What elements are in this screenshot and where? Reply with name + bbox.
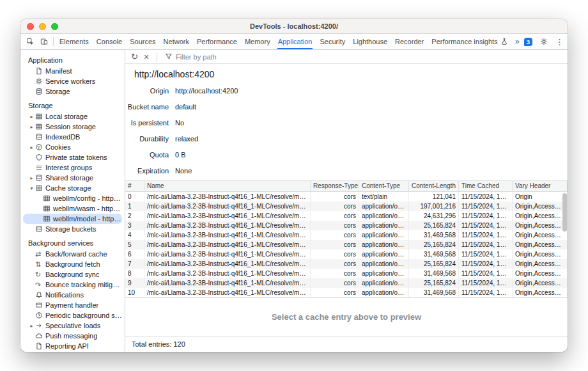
- sidebar-item-storage-buckets[interactable]: Storage buckets: [23, 224, 122, 234]
- sidebar-item-indexeddb[interactable]: IndexedDB: [23, 132, 122, 142]
- tab-application[interactable]: Application: [274, 34, 316, 49]
- sidebar-item-session-storage[interactable]: ▸Session storage: [23, 122, 122, 132]
- cell-vary-header: Origin,Access…: [513, 278, 568, 288]
- tab-security[interactable]: Security: [316, 34, 349, 49]
- sidebar-item-cookies[interactable]: ▸Cookies: [23, 142, 122, 152]
- cell-content-type: application/oc…: [359, 259, 409, 269]
- settings-gear-icon[interactable]: [537, 38, 551, 45]
- cell-vary-header: Origin,Access…: [513, 230, 568, 240]
- cache-entry-row[interactable]: 4/mlc-ai/Llama-3.2-3B-Instruct-q4f16_1-M…: [125, 230, 568, 240]
- cell-name: /mlc-ai/Llama-3.2-3B-Instruct-q4f16_1-ML…: [144, 259, 311, 269]
- meta-label-durability: Durability: [125, 131, 169, 147]
- sidebar-item-shared-storage[interactable]: ▸Shared storage: [23, 173, 122, 183]
- sidebar-item-reporting-api[interactable]: Reporting API: [23, 341, 122, 351]
- minimize-window-button[interactable]: [39, 23, 46, 30]
- sidebar-item-label: Reporting API: [45, 342, 89, 350]
- cell-name: /mlc-ai/Llama-3.2-3B-Instruct-q4f16_1-ML…: [144, 230, 311, 240]
- column-header-name[interactable]: Name: [144, 181, 311, 191]
- sidebar-item-webllm-model-http-loc[interactable]: webllm/model - http://loc…: [23, 214, 122, 224]
- table-scrollbar[interactable]: [562, 193, 568, 297]
- tab-recorder[interactable]: Recorder: [391, 34, 428, 49]
- sidebar-item-local-storage[interactable]: ▸Local storage: [23, 111, 122, 122]
- chevron-right-icon[interactable]: ▸: [28, 145, 35, 150]
- chevron-right-icon[interactable]: ▸: [28, 323, 35, 329]
- scrollbar-thumb[interactable]: [562, 193, 567, 232]
- cell-index: 7: [125, 259, 144, 269]
- column-header-vary-header[interactable]: Vary Header: [513, 181, 568, 191]
- cell-time-cached: 11/15/2024, 10…: [459, 240, 513, 249]
- sidebar-item-webllm-config-http-loc[interactable]: webllm/config - http://loc…: [23, 193, 122, 203]
- cookie-icon: [35, 143, 45, 151]
- cache-entry-row[interactable]: 7/mlc-ai/Llama-3.2-3B-Instruct-q4f16_1-M…: [125, 259, 568, 269]
- chevron-right-icon[interactable]: ▸: [28, 114, 35, 120]
- tab-console[interactable]: Console: [93, 34, 126, 49]
- sidebar-item-storage[interactable]: Storage: [23, 86, 122, 97]
- column-header-content-length[interactable]: Content-Length: [409, 181, 459, 191]
- sidebar-item-cache-storage[interactable]: ▾Cache storage: [23, 183, 122, 193]
- cell-index: 10: [125, 288, 144, 297]
- tab-performance-insights[interactable]: Performance insights: [428, 34, 511, 49]
- cell-content-length: 24,631,296: [409, 211, 459, 221]
- sidebar-item-label: Private state tokens: [45, 154, 107, 161]
- sidebar-item-speculative-loads[interactable]: ▸Speculative loads: [23, 320, 122, 331]
- tab-sources[interactable]: Sources: [126, 34, 159, 49]
- titlebar[interactable]: DevTools - localhost:4200/: [20, 19, 568, 34]
- zoom-window-button[interactable]: [51, 23, 58, 30]
- more-options-icon[interactable]: ⋮: [555, 37, 564, 47]
- sidebar-item-payment-handler[interactable]: Payment handler: [23, 300, 122, 310]
- cache-entry-row[interactable]: 1/mlc-ai/Llama-3.2-3B-Instruct-q4f16_1-M…: [125, 201, 568, 211]
- payment-card-icon: [35, 301, 45, 309]
- tab-elements[interactable]: Elements: [56, 34, 93, 49]
- sidebar-item-periodic-background-sync[interactable]: Periodic background sync: [23, 310, 122, 320]
- tab-label: Elements: [59, 38, 89, 45]
- cache-entry-row[interactable]: 6/mlc-ai/Llama-3.2-3B-Instruct-q4f16_1-M…: [125, 249, 568, 259]
- chevron-down-icon[interactable]: ▾: [28, 186, 35, 191]
- sidebar-item-background-fetch[interactable]: ⇅Background fetch: [23, 259, 122, 269]
- column-header-index[interactable]: #: [125, 181, 144, 191]
- sidebar-item-private-state-tokens[interactable]: Private state tokens: [23, 152, 122, 162]
- cell-name: /mlc-ai/Llama-3.2-3B-Instruct-q4f16_1-ML…: [144, 211, 311, 221]
- cache-entry-row[interactable]: 8/mlc-ai/Llama-3.2-3B-Instruct-q4f16_1-M…: [125, 269, 568, 278]
- close-window-button[interactable]: [27, 23, 34, 30]
- devtools-main-toolbar: ElementsConsoleSourcesNetworkPerformance…: [20, 34, 568, 50]
- preview-pane: Select a cache entry above to preview: [125, 297, 568, 336]
- more-tabs-button[interactable]: »: [515, 37, 520, 46]
- tab-network[interactable]: Network: [160, 34, 193, 49]
- sidebar-item-bounce-tracking-mitigations[interactable]: ↷Bounce tracking mitigations: [23, 280, 122, 290]
- inspect-element-icon[interactable]: [23, 34, 37, 49]
- cell-vary-header: Origin,Access…: [513, 221, 568, 230]
- meta-value-bucket-name: default: [175, 99, 568, 115]
- cell-content-type: application/oc…: [359, 221, 409, 230]
- cache-entry-row[interactable]: 5/mlc-ai/Llama-3.2-3B-Instruct-q4f16_1-M…: [125, 240, 568, 249]
- sidebar-item-service-workers[interactable]: Service workers: [23, 76, 122, 86]
- sidebar-item-notifications[interactable]: Notifications: [23, 290, 122, 300]
- sidebar-item-interest-groups[interactable]: Interest groups: [23, 162, 122, 173]
- cache-entry-row[interactable]: 0/mlc-ai/Llama-3.2-3B-Instruct-q4f16_1-M…: [125, 192, 568, 201]
- chevron-right-icon[interactable]: ▸: [28, 124, 35, 130]
- sidebar-item-background-sync[interactable]: ↻Background sync: [23, 269, 122, 280]
- cache-entry-row[interactable]: 2/mlc-ai/Llama-3.2-3B-Instruct-q4f16_1-M…: [125, 211, 568, 221]
- sidebar-item-webllm-wasm-http-loca[interactable]: webllm/wasm - http://loca…: [23, 203, 122, 214]
- cache-entry-row[interactable]: 10/mlc-ai/Llama-3.2-3B-Instruct-q4f16_1-…: [125, 288, 568, 297]
- cell-response-type: cors: [311, 201, 359, 211]
- back-forward-icon: ⇄: [35, 251, 45, 258]
- console-messages-badge[interactable]: 3: [524, 38, 532, 46]
- column-header-time-cached[interactable]: Time Cached: [459, 181, 513, 191]
- filter-by-path-input[interactable]: [176, 53, 259, 61]
- delete-selected-icon[interactable]: ×: [144, 52, 149, 61]
- device-toolbar-icon[interactable]: [37, 34, 51, 49]
- refresh-icon[interactable]: ↻: [131, 52, 138, 61]
- cache-entry-row[interactable]: 3/mlc-ai/Llama-3.2-3B-Instruct-q4f16_1-M…: [125, 221, 568, 230]
- cache-entry-row[interactable]: 9/mlc-ai/Llama-3.2-3B-Instruct-q4f16_1-M…: [125, 278, 568, 288]
- shield-icon: [35, 154, 45, 161]
- tab-performance[interactable]: Performance: [193, 34, 241, 49]
- sidebar-item-push-messaging[interactable]: Push messaging: [23, 331, 122, 341]
- column-header-content-type[interactable]: Content-Type: [359, 181, 409, 191]
- sidebar-item-manifest[interactable]: Manifest: [23, 66, 122, 76]
- tab-lighthouse[interactable]: Lighthouse: [349, 34, 391, 49]
- table-icon: [43, 205, 53, 212]
- column-header-response-type[interactable]: Response-Type: [311, 181, 359, 191]
- sidebar-item-back-forward-cache[interactable]: ⇄Back/forward cache: [23, 249, 122, 259]
- chevron-right-icon[interactable]: ▸: [28, 175, 35, 181]
- tab-memory[interactable]: Memory: [241, 34, 274, 49]
